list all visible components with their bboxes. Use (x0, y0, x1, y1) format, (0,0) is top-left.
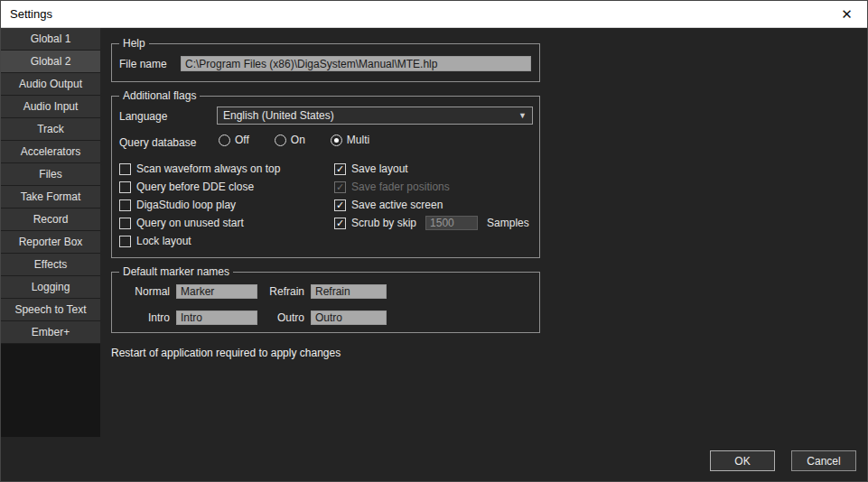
checkbox-box-icon (119, 218, 131, 229)
checkbox-label: Query on unused start (136, 217, 244, 229)
marker-outro-input[interactable] (311, 311, 387, 325)
file-name-row: File name (119, 56, 531, 71)
window-title: Settings (1, 7, 52, 21)
checkbox-label: Scan waveform always on top (136, 162, 280, 175)
marker-intro-input[interactable] (176, 311, 257, 325)
ok-button[interactable]: OK (710, 450, 775, 471)
checkbox-save-active-screen[interactable]: Save active screen (334, 196, 529, 214)
radio-circle-icon (275, 134, 286, 146)
radio-query-off[interactable]: Off (219, 134, 249, 146)
help-group-legend: Help (119, 37, 149, 50)
radio-label: Multi (347, 134, 369, 146)
checkbox-box-icon (119, 236, 131, 247)
radio-query-on[interactable]: On (275, 134, 305, 146)
checkbox-label: Save active screen (351, 199, 443, 211)
marker-intro-label: Intro (119, 311, 170, 324)
sidebar-item-global-1[interactable]: Global 1 (1, 28, 100, 51)
checkbox-scrub-by-skip[interactable]: Scrub by skip Samples (334, 214, 529, 232)
checkbox-scan-waveform[interactable]: Scan waveform always on top (119, 160, 280, 178)
sidebar-item-audio-input[interactable]: Audio Input (1, 96, 100, 118)
checkbox-box-icon (334, 181, 346, 193)
marker-normal-input[interactable] (176, 284, 257, 299)
checkbox-save-fader-positions: Save fader positions (334, 178, 529, 196)
checkbox-label: Scrub by skip (351, 217, 416, 229)
sidebar-item-speech-to-text[interactable]: Speech to Text (1, 299, 100, 321)
sidebar: Global 1 Global 2 Audio Output Audio Inp… (1, 28, 100, 437)
checkbox-box-icon (119, 199, 131, 211)
sidebar-item-reporter-box[interactable]: Reporter Box (1, 231, 100, 254)
query-database-radio-group: Off On Multi (219, 134, 395, 146)
sidebar-item-audio-output[interactable]: Audio Output (1, 73, 100, 96)
checkbox-box-icon (334, 218, 346, 229)
checkbox-box-icon (119, 181, 131, 193)
chevron-down-icon: ▼ (518, 111, 527, 120)
query-database-label: Query database (119, 136, 196, 149)
checkbox-column-right: Save layout Save fader positions Save ac… (334, 160, 529, 232)
language-label: Language (119, 110, 167, 123)
checkbox-label: Save fader positions (351, 181, 450, 193)
radio-circle-icon (219, 134, 230, 146)
close-icon: ✕ (841, 6, 853, 23)
sidebar-item-files[interactable]: Files (1, 163, 100, 186)
help-group: Help File name (111, 43, 540, 82)
marker-group-legend: Default marker names (119, 265, 233, 278)
checkbox-save-layout[interactable]: Save layout (334, 160, 529, 178)
language-dropdown-value: English (United States) (223, 109, 334, 122)
sidebar-item-logging[interactable]: Logging (1, 276, 100, 299)
restart-note: Restart of application required to apply… (111, 347, 341, 359)
checkbox-box-icon (119, 163, 131, 175)
sidebar-item-effects[interactable]: Effects (1, 254, 100, 276)
checkbox-digastudio-loop[interactable]: DigaStudio loop play (119, 196, 280, 214)
checkbox-label: Save layout (351, 162, 408, 175)
marker-refrain-input[interactable] (311, 284, 387, 299)
radio-label: On (291, 134, 305, 146)
marker-normal-label: Normal (119, 285, 170, 298)
help-file-name-input[interactable] (181, 56, 531, 71)
language-dropdown[interactable]: English (United States) ▼ (217, 107, 533, 125)
checkbox-query-unused-start[interactable]: Query on unused start (119, 214, 280, 232)
radio-query-multi[interactable]: Multi (331, 134, 369, 146)
titlebar: Settings ✕ (1, 1, 867, 28)
checkbox-box-icon (334, 199, 346, 211)
checkbox-lock-layout[interactable]: Lock layout (119, 232, 280, 250)
checkbox-label: Query before DDE close (136, 181, 254, 193)
marker-outro-label: Outro (265, 311, 304, 324)
close-button[interactable]: ✕ (826, 1, 867, 27)
sidebar-item-take-format[interactable]: Take Format (1, 186, 100, 209)
marker-row-2: Intro Outro (119, 311, 387, 325)
additional-flags-group: Additional flags Language English (Unite… (111, 96, 540, 258)
checkbox-label: DigaStudio loop play (136, 199, 236, 211)
default-marker-names-group: Default marker names Normal Refrain Intr… (111, 272, 540, 333)
sidebar-item-ember[interactable]: Ember+ (1, 321, 100, 344)
checkbox-query-dde-close[interactable]: Query before DDE close (119, 178, 280, 196)
sidebar-item-track[interactable]: Track (1, 118, 100, 141)
settings-window: Settings ✕ Global 1 Global 2 Audio Outpu… (0, 0, 868, 482)
file-name-label: File name (119, 58, 181, 70)
scrub-samples-input[interactable] (425, 216, 478, 230)
checkbox-box-icon (334, 163, 346, 175)
sidebar-item-accelerators[interactable]: Accelerators (1, 141, 100, 163)
marker-refrain-label: Refrain (265, 285, 304, 298)
marker-row-1: Normal Refrain (119, 284, 387, 299)
sidebar-item-global-2[interactable]: Global 2 (1, 51, 100, 73)
cancel-button[interactable]: Cancel (791, 450, 856, 471)
flags-group-legend: Additional flags (119, 89, 200, 102)
checkbox-column-left: Scan waveform always on top Query before… (119, 160, 280, 250)
radio-label: Off (235, 134, 249, 146)
samples-label: Samples (487, 217, 529, 229)
checkbox-label: Lock layout (136, 235, 191, 247)
radio-circle-icon (331, 134, 342, 146)
sidebar-item-record[interactable]: Record (1, 209, 100, 231)
